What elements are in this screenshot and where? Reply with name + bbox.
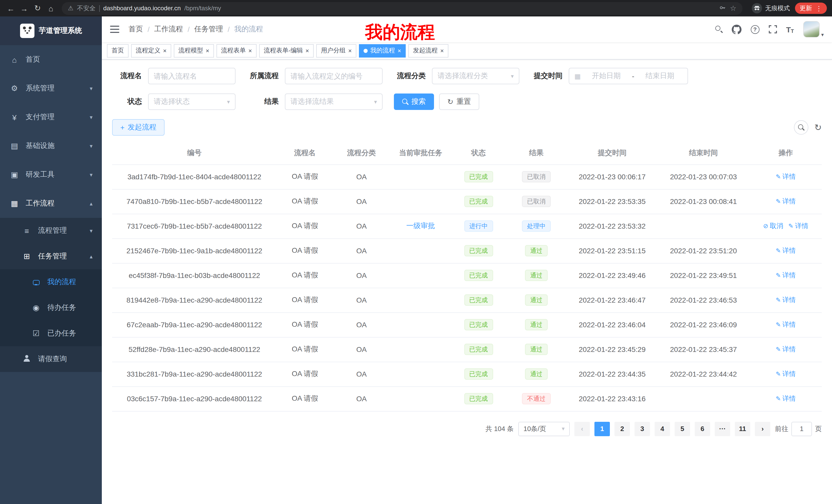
detail-action-link[interactable]: ✎详情 [776, 271, 796, 280]
sidebar-item-label: 我的流程 [47, 277, 76, 287]
help-icon[interactable]: ? [751, 25, 759, 34]
bookmark-star-icon[interactable]: ☆ [730, 4, 736, 12]
tab-item[interactable]: 首页 [107, 44, 129, 57]
address-bar[interactable]: ⚠ 不安全 dashboard.yudao.iocoder.cn /bpm/ta… [62, 2, 743, 15]
breadcrumb-item[interactable]: 工作流程 [154, 25, 183, 34]
tab-close-icon[interactable]: × [249, 48, 252, 54]
sidebar-item-payment[interactable]: ¥ 支付管理 ▾ [0, 103, 102, 132]
sidebar-item-process-management[interactable]: ≡ 流程管理 ▾ [0, 218, 102, 244]
tab-item[interactable]: 流程定义× [131, 44, 171, 57]
detail-action-link[interactable]: ✎详情 [776, 320, 796, 329]
detail-action-link[interactable]: ✎详情 [776, 394, 796, 403]
tab-item[interactable]: 我的流程× [359, 44, 406, 57]
detail-action-link-icon: ✎ [776, 346, 781, 353]
tab-item[interactable]: 流程表单-编辑× [259, 44, 314, 57]
sidebar-item-leave-query[interactable]: 请假查询 [0, 346, 102, 372]
cell-process-category: OA [333, 337, 390, 362]
cell-end-time: 2022-01-22 23:51:20 [657, 239, 750, 263]
field-label: 结果 [247, 97, 279, 106]
detail-action-link[interactable]: ✎详情 [776, 369, 796, 379]
devtools-icon: ▣ [10, 170, 19, 179]
page-ellipsis[interactable]: ··· [715, 422, 730, 436]
search-button[interactable]: 搜索 [394, 93, 434, 110]
user-menu[interactable]: ▾ [803, 21, 824, 37]
page-number-button[interactable]: 3 [634, 422, 650, 436]
tab-close-icon[interactable]: × [348, 48, 352, 54]
home-button[interactable]: ⌂ [44, 2, 58, 15]
sidebar-item-infrastructure[interactable]: ▤ 基础设施 ▾ [0, 132, 102, 160]
tab-item[interactable]: 流程表单× [216, 44, 257, 57]
detail-action-link[interactable]: ✎详情 [788, 221, 808, 231]
sidebar-toggle-icon[interactable] [110, 26, 119, 33]
password-key-icon[interactable] [719, 4, 726, 12]
create-process-button[interactable]: + 发起流程 [112, 119, 164, 136]
browser-update-button[interactable]: 更新 ⋮ [795, 3, 827, 14]
result-badge: 通过 [525, 270, 548, 281]
page-number-button[interactable]: 1 [594, 422, 610, 436]
tab-item[interactable]: 用户分组× [316, 44, 356, 57]
cell-current-task [390, 312, 451, 337]
forward-button[interactable]: → [18, 2, 31, 15]
detail-action-link[interactable]: ✎详情 [776, 172, 796, 181]
sidebar-item-devtools[interactable]: ▣ 研发工具 ▾ [0, 160, 102, 189]
filter-process-definition: 所属流程 [247, 68, 383, 84]
status-badge: 已完成 [464, 245, 493, 256]
detail-action-link[interactable]: ✎详情 [776, 197, 796, 206]
sidebar-item-system[interactable]: ⚙ 系统管理 ▾ [0, 74, 102, 103]
breadcrumb-item[interactable]: 首页 [129, 25, 143, 34]
process-definition-input[interactable] [290, 72, 377, 80]
cell-status: 已完成 [451, 189, 505, 214]
status-select[interactable]: 请选择状态 ▾ [148, 93, 235, 110]
tab-close-icon[interactable]: × [440, 48, 444, 54]
sidebar-item-todo-tasks[interactable]: ◉ 待办任务 [0, 295, 102, 320]
next-page-button[interactable]: › [755, 422, 770, 436]
tab-close-icon[interactable]: × [397, 48, 401, 54]
sidebar-item-my-process[interactable]: 我的流程 [0, 269, 102, 295]
process-category-select[interactable]: 请选择流程分类 ▾ [432, 68, 519, 84]
detail-action-link[interactable]: ✎详情 [776, 246, 796, 255]
process-name-input[interactable] [154, 72, 230, 80]
page-number-button[interactable]: 6 [695, 422, 710, 436]
search-icon[interactable] [715, 26, 722, 33]
sidebar-item-label: 请假查询 [38, 355, 67, 364]
cell-process-id: 3ad174fb-7b9d-11ec-8404-acde48001122 [112, 164, 277, 189]
sidebar-item-workflow[interactable]: ▦ 工作流程 ▴ [0, 189, 102, 218]
page-number-button[interactable]: 4 [655, 422, 670, 436]
sidebar-item-task-management[interactable]: ⊞ 任务管理 ▴ [0, 244, 102, 269]
avatar[interactable] [803, 21, 820, 37]
page-number-button[interactable]: 5 [675, 422, 690, 436]
sidebar-item-done-tasks[interactable]: ☑ 已办任务 [0, 320, 102, 346]
tab-close-icon[interactable]: × [306, 48, 309, 54]
refresh-table-icon[interactable]: ↻ [814, 122, 822, 133]
prev-page-button[interactable]: ‹ [574, 422, 590, 436]
page-number-button[interactable]: 11 [735, 422, 750, 436]
goto-page-input[interactable] [791, 422, 812, 436]
detail-action-link[interactable]: ✎详情 [776, 345, 796, 354]
field-label: 流程名 [112, 72, 142, 81]
reload-button[interactable]: ↻ [31, 2, 44, 15]
breadcrumb-item[interactable]: 任务管理 [194, 25, 223, 34]
cancel-action-link[interactable]: ⊘取消 [763, 221, 783, 231]
tab-item[interactable]: 流程模型× [174, 44, 214, 57]
back-button[interactable]: ← [4, 2, 18, 15]
font-size-icon[interactable]: TT [786, 25, 794, 34]
search-icon [402, 99, 408, 105]
toggle-search-button[interactable] [794, 120, 808, 135]
sidebar-logo[interactable]: 芋道管理系统 [0, 17, 102, 45]
fullscreen-icon[interactable] [769, 25, 777, 33]
tab-close-icon[interactable]: × [206, 48, 209, 54]
current-task-link[interactable]: 一级审批 [406, 221, 435, 231]
page-number-button[interactable]: 2 [615, 422, 630, 436]
sidebar-item-home[interactable]: ⌂ 首页 [0, 45, 102, 74]
page-size-select[interactable]: 10条/页 ▾ [518, 422, 570, 436]
submit-time-range-picker[interactable]: ▦ 开始日期 - 结束日期 [569, 68, 688, 84]
detail-action-link[interactable]: ✎详情 [776, 296, 796, 305]
github-icon[interactable] [731, 24, 741, 34]
reset-button[interactable]: ↻ 重置 [439, 93, 479, 110]
result-select[interactable]: 请选择流结果 ▾ [285, 93, 383, 110]
link-label: 详情 [782, 197, 796, 206]
tab-item[interactable]: 发起流程× [408, 44, 448, 57]
tab-close-icon[interactable]: × [163, 48, 166, 54]
browser-menu-icon[interactable]: ⋮ [815, 5, 822, 11]
cell-current-task: 一级审批 [390, 214, 451, 239]
